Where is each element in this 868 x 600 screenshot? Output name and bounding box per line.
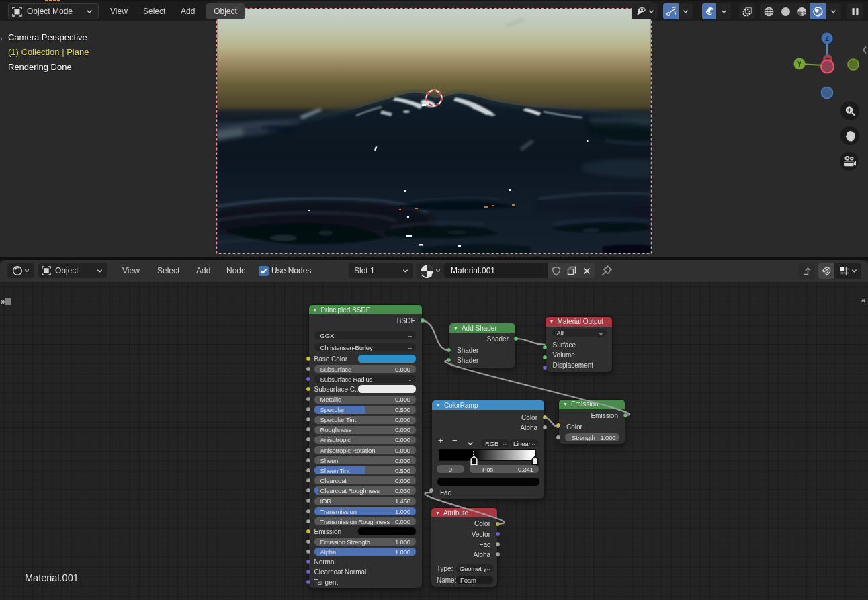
- svg-text:Y: Y: [797, 60, 802, 68]
- svg-text:Z: Z: [825, 35, 829, 42]
